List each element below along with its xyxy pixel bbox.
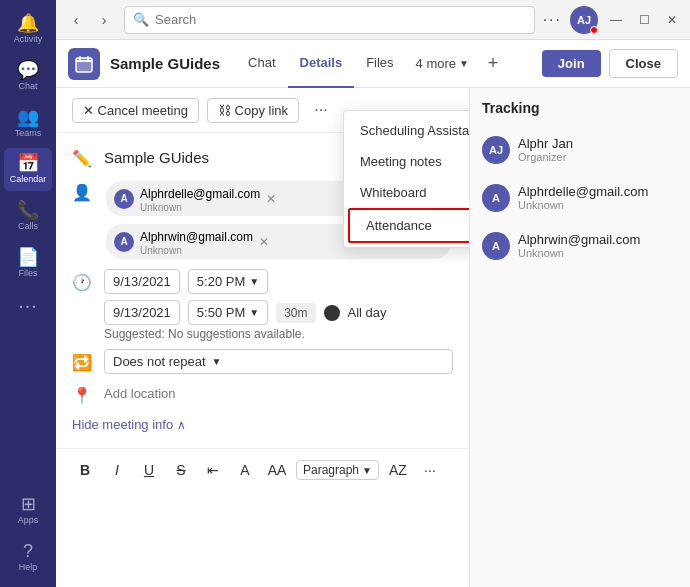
apps-icon: ⊞	[21, 495, 36, 513]
attendee-remove-1[interactable]: ✕	[259, 235, 269, 249]
dropdown-item-whiteboard[interactable]: Whiteboard	[344, 177, 470, 208]
location-input[interactable]	[104, 382, 453, 405]
tracking-attendee-2: A Alphrwin@gmail.com Unknown	[482, 232, 678, 260]
files-icon: 📄	[17, 248, 39, 266]
allday-toggle[interactable]	[324, 305, 340, 321]
clock-icon: 🕐	[72, 273, 92, 292]
repeat-select[interactable]: Does not repeat ▼	[104, 349, 453, 374]
help-icon: ?	[23, 542, 33, 560]
tab-more[interactable]: 4 more ▼	[406, 40, 479, 88]
strikethrough-button[interactable]: S	[168, 457, 194, 483]
title-bar: ‹ › 🔍 ··· AJ — ☐ ✕	[56, 0, 690, 40]
font-size-button[interactable]: AA	[264, 457, 290, 483]
attendee-avatar-0: A	[114, 189, 134, 209]
sidebar-item-activity[interactable]: 🔔 Activity	[4, 8, 52, 51]
avatar: AJ	[570, 6, 598, 34]
minimize-button[interactable]: —	[606, 10, 626, 30]
window-close-button[interactable]: ✕	[662, 10, 682, 30]
tracking-attendee-0: AJ Alphr Jan Organizer	[482, 136, 678, 164]
attendee-email-1: Alphrwin@gmail.com	[140, 230, 253, 244]
more-options-button[interactable]: ···	[307, 96, 335, 124]
tracking-attendee-1: A Alphrdelle@gmail.com Unknown	[482, 184, 678, 212]
tracking-role-2: Unknown	[518, 247, 640, 259]
sidebar-item-help[interactable]: ? Help	[4, 536, 52, 579]
main-content: ‹ › 🔍 ··· AJ — ☐ ✕	[56, 0, 690, 587]
end-datetime-row: 9/13/2021 5:50 PM ▼ 30m All day	[104, 300, 453, 325]
location-row: 📍	[72, 382, 453, 405]
cancel-meeting-button[interactable]: ✕ Cancel meeting	[72, 98, 199, 123]
dropdown-item-scheduling[interactable]: Scheduling Assistant	[344, 115, 470, 146]
more-apps-icon: ···	[18, 295, 38, 315]
copy-link-button[interactable]: ⛓ Copy link	[207, 98, 299, 123]
italic-button[interactable]: I	[104, 457, 130, 483]
dropdown-item-meeting-notes[interactable]: Meeting notes	[344, 146, 470, 177]
tab-bar-right: Join Close	[542, 49, 678, 78]
sidebar-item-teams[interactable]: 👥 Teams	[4, 102, 52, 145]
spellcheck-button[interactable]: AZ	[385, 457, 411, 483]
allday-label: All day	[348, 305, 387, 320]
title-bar-more-button[interactable]: ···	[543, 11, 562, 29]
suggestion-text: Suggested: No suggestions available.	[104, 327, 453, 341]
bold-button[interactable]: B	[72, 457, 98, 483]
tracking-avatar-0: AJ	[482, 136, 510, 164]
hide-meeting-info[interactable]: Hide meeting info ∧	[72, 413, 453, 436]
tracking-avatar-1: A	[482, 184, 510, 212]
underline-button[interactable]: U	[136, 457, 162, 483]
sidebar-item-files[interactable]: 📄 Files	[4, 242, 52, 285]
paragraph-select[interactable]: Paragraph ▼	[296, 460, 379, 480]
title-bar-actions: ··· AJ — ☐ ✕	[543, 6, 682, 34]
search-bar: 🔍	[124, 6, 535, 34]
sidebar-item-more[interactable]: ···	[4, 289, 52, 321]
sidebar-label-calls: Calls	[18, 221, 38, 232]
right-panel: Tracking AJ Alphr Jan Organizer A	[470, 88, 690, 587]
tab-files[interactable]: Files	[354, 40, 405, 88]
attendee-remove-0[interactable]: ✕	[266, 192, 276, 206]
action-bar: ✕ Cancel meeting ⛓ Copy link ··· Schedul…	[56, 88, 469, 133]
decrease-indent-button[interactable]: ⇤	[200, 457, 226, 483]
chevron-repeat-icon: ▼	[212, 356, 222, 367]
chevron-up-icon: ∧	[177, 418, 186, 432]
tab-details[interactable]: Details	[288, 40, 355, 88]
toolbar-more-button[interactable]: ···	[417, 457, 443, 483]
end-time-input[interactable]: 5:50 PM ▼	[188, 300, 268, 325]
chevron-time-icon: ▼	[249, 276, 259, 287]
sidebar-item-calendar[interactable]: 📅 Calendar	[4, 148, 52, 191]
sidebar-item-apps[interactable]: ⊞ Apps	[4, 489, 52, 532]
repeat-content: Does not repeat ▼	[104, 349, 453, 374]
add-tab-button[interactable]: +	[479, 50, 507, 78]
tracking-name-2: Alphrwin@gmail.com	[518, 232, 640, 247]
maximize-button[interactable]: ☐	[634, 10, 654, 30]
dropdown-item-attendance[interactable]: Attendance	[348, 208, 470, 243]
chevron-end-time-icon: ▼	[249, 307, 259, 318]
close-meeting-button[interactable]: Close	[609, 49, 678, 78]
teams-icon: 👥	[17, 108, 39, 126]
tab-chat[interactable]: Chat	[236, 40, 287, 88]
meeting-title: Sample GUides	[110, 55, 220, 72]
meeting-icon	[68, 48, 100, 80]
highlight-button[interactable]: A	[232, 457, 258, 483]
calendar-icon: 📅	[17, 154, 39, 172]
tab-bar: Sample GUides Chat Details Files 4 more …	[56, 40, 690, 88]
end-date-input[interactable]: 9/13/2021	[104, 300, 180, 325]
sidebar-label-chat: Chat	[18, 81, 37, 92]
chevron-down-icon: ▼	[459, 58, 469, 69]
sidebar-item-calls[interactable]: 📞 Calls	[4, 195, 52, 238]
start-time-input[interactable]: 5:20 PM ▼	[188, 269, 268, 294]
back-button[interactable]: ‹	[64, 8, 88, 32]
status-dot	[590, 26, 598, 34]
sidebar-item-chat[interactable]: 💬 Chat	[4, 55, 52, 98]
tracking-role-0: Organizer	[518, 151, 573, 163]
search-input[interactable]	[155, 12, 526, 27]
start-date-input[interactable]: 9/13/2021	[104, 269, 180, 294]
forward-button[interactable]: ›	[92, 8, 116, 32]
calls-icon: 📞	[17, 201, 39, 219]
edit-icon: ✏️	[72, 149, 92, 168]
tracking-name-0: Alphr Jan	[518, 136, 573, 151]
location-icon: 📍	[72, 386, 92, 405]
dropdown-menu: Scheduling Assistant Meeting notes White…	[343, 110, 470, 248]
join-button[interactable]: Join	[542, 50, 601, 77]
svg-rect-2	[76, 60, 92, 62]
attendees-icon: 👤	[72, 183, 92, 202]
svg-rect-4	[87, 56, 89, 60]
start-datetime-row: 9/13/2021 5:20 PM ▼	[104, 269, 453, 294]
